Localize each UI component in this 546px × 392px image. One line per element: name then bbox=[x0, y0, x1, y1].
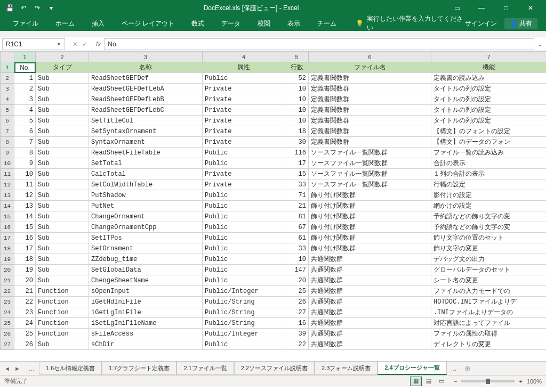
cell[interactable]: Sub bbox=[36, 84, 89, 94]
cell[interactable]: Public bbox=[203, 201, 285, 211]
cell[interactable]: 9 bbox=[14, 158, 36, 169]
table-header-cell[interactable]: 名称 bbox=[89, 62, 203, 73]
cell[interactable]: ソースファイル一覧関数群 bbox=[309, 158, 431, 169]
cell[interactable]: 21 bbox=[285, 201, 309, 211]
row-header[interactable]: 1 bbox=[1, 62, 14, 73]
row-header[interactable]: 17 bbox=[1, 233, 14, 243]
minimize-icon[interactable]: — bbox=[469, 0, 494, 16]
cell[interactable]: 22 bbox=[285, 339, 309, 350]
sheet-nav-prev-icon[interactable]: ◄ bbox=[3, 364, 11, 373]
cell[interactable]: 網かけの設定 bbox=[431, 201, 547, 211]
cell[interactable]: Sub bbox=[36, 137, 89, 148]
cancel-formula-icon[interactable]: ✕ bbox=[73, 40, 78, 48]
table-header-cell[interactable]: 機能 bbox=[431, 62, 547, 73]
cell[interactable]: ReadSheetGEFDefLebA bbox=[89, 84, 203, 94]
cell[interactable]: SetOrnament bbox=[89, 243, 203, 254]
cell[interactable]: 共通関数群 bbox=[309, 286, 431, 297]
cell[interactable]: 7 bbox=[14, 137, 36, 148]
cell[interactable]: Sub bbox=[36, 73, 89, 84]
cell[interactable]: 共通関数群 bbox=[309, 265, 431, 275]
table-header-cell[interactable]: ファイル名 bbox=[309, 62, 431, 73]
row-header[interactable]: 2 bbox=[1, 73, 14, 84]
cell[interactable]: iGetHdIniFile bbox=[89, 297, 203, 307]
cell[interactable]: ソースファイル一覧関数群 bbox=[309, 169, 431, 179]
cell[interactable]: Public bbox=[203, 73, 285, 84]
redo-icon[interactable]: ↷ bbox=[31, 2, 44, 14]
zoom-out-icon[interactable]: − bbox=[454, 378, 457, 385]
ribbon-tab-5[interactable]: データ bbox=[213, 16, 249, 31]
cell[interactable]: SyntaxOrnament bbox=[89, 137, 203, 148]
cell[interactable]: 19 bbox=[14, 265, 36, 275]
cell[interactable]: PutShadow bbox=[89, 190, 203, 201]
cell[interactable]: 定義書関数群 bbox=[309, 84, 431, 94]
cell[interactable]: ソースファイル一覧関数群 bbox=[309, 179, 431, 190]
cell[interactable]: Sub bbox=[36, 158, 89, 169]
col-header-4[interactable]: 4 bbox=[203, 52, 285, 62]
cell[interactable]: Sub bbox=[36, 201, 89, 211]
ribbon-options-icon[interactable]: ▭ bbox=[445, 0, 469, 16]
cell[interactable]: sFileAccess bbox=[89, 329, 203, 339]
cell[interactable]: 共通関数群 bbox=[309, 318, 431, 329]
cell[interactable]: .INIファイルよりデータの bbox=[431, 307, 547, 318]
cell[interactable]: 81 bbox=[285, 211, 309, 222]
share-button[interactable]: 👤 共有 bbox=[504, 18, 537, 29]
cell[interactable]: 22 bbox=[14, 297, 36, 307]
cell[interactable]: HOTDOC.INIファイルよりデ bbox=[431, 297, 547, 307]
cell[interactable]: 52 bbox=[285, 73, 309, 84]
cell[interactable]: １列の合計の表示 bbox=[431, 169, 547, 179]
cell[interactable]: タイトルの列の設定 bbox=[431, 116, 547, 126]
cell[interactable]: 行幅の設定 bbox=[431, 179, 547, 190]
cell[interactable]: 33 bbox=[285, 243, 309, 254]
cell[interactable]: 15 bbox=[14, 222, 36, 233]
zoom-in-icon[interactable]: + bbox=[519, 378, 522, 385]
cell[interactable]: ReadSheetFileTable bbox=[89, 148, 203, 158]
cell[interactable]: 13 bbox=[14, 201, 36, 211]
row-header[interactable]: 7 bbox=[1, 126, 14, 137]
cell[interactable]: Private bbox=[203, 126, 285, 137]
cell[interactable]: SetTitleCol bbox=[89, 116, 203, 126]
cell[interactable]: Private bbox=[203, 94, 285, 105]
cell[interactable]: 合計の表示 bbox=[431, 158, 547, 169]
ribbon-tab-1[interactable]: ホーム bbox=[47, 16, 83, 31]
cell[interactable]: Public bbox=[203, 275, 285, 286]
cell[interactable]: Public/String bbox=[203, 297, 285, 307]
col-header-7[interactable]: 7 bbox=[431, 52, 547, 62]
cell[interactable]: Private bbox=[203, 169, 285, 179]
cell[interactable]: 11 bbox=[14, 179, 36, 190]
cell[interactable]: 飾り付け関数群 bbox=[309, 243, 431, 254]
cell[interactable]: シート名の変更 bbox=[431, 275, 547, 286]
cell[interactable]: 26 bbox=[285, 297, 309, 307]
sheet-nav-next-icon[interactable]: ► bbox=[13, 364, 21, 373]
cell[interactable]: ファイル一覧の読み込み bbox=[431, 148, 547, 158]
cell[interactable]: 共通関数群 bbox=[309, 339, 431, 350]
cell[interactable]: Sub bbox=[36, 148, 89, 158]
row-header[interactable]: 8 bbox=[1, 137, 14, 148]
cell[interactable]: 飾り付け関数群 bbox=[309, 190, 431, 201]
fx-icon[interactable]: fx bbox=[93, 40, 104, 48]
sheet-tab[interactable]: 2.4プロシージャ一覧 bbox=[378, 362, 446, 375]
cell[interactable]: 25 bbox=[14, 329, 36, 339]
cell[interactable]: グローバルデータのセット bbox=[431, 265, 547, 275]
cell[interactable]: 10 bbox=[285, 84, 309, 94]
ribbon-tab-3[interactable]: ページ レイアウト bbox=[113, 16, 183, 31]
enter-formula-icon[interactable]: ✓ bbox=[82, 40, 87, 48]
row-header[interactable]: 10 bbox=[1, 158, 14, 169]
cell[interactable]: 15 bbox=[285, 169, 309, 179]
cell[interactable]: 61 bbox=[285, 233, 309, 243]
cell[interactable]: sChDir bbox=[89, 339, 203, 350]
ribbon-tab-7[interactable]: 表示 bbox=[279, 16, 309, 31]
cell[interactable]: Public bbox=[203, 190, 285, 201]
cell[interactable]: 39 bbox=[285, 329, 309, 339]
zoom-level[interactable]: 100% bbox=[527, 378, 542, 385]
col-header-1[interactable]: 1 bbox=[14, 52, 36, 62]
cell[interactable]: ChengeSheetName bbox=[89, 275, 203, 286]
cell[interactable]: 定義書関数群 bbox=[309, 73, 431, 84]
cell[interactable]: ReadSheetGEFDefLebC bbox=[89, 105, 203, 116]
cell[interactable]: 17 bbox=[285, 158, 309, 169]
formula-input[interactable]: No. bbox=[104, 38, 534, 50]
cell[interactable]: 共通関数群 bbox=[309, 275, 431, 286]
cell[interactable]: 飾り文字の変更 bbox=[431, 243, 547, 254]
cell[interactable]: ファイルの属性の取得 bbox=[431, 329, 547, 339]
cell[interactable]: ディレクトリの変更 bbox=[431, 339, 547, 350]
cell[interactable]: 17 bbox=[14, 243, 36, 254]
